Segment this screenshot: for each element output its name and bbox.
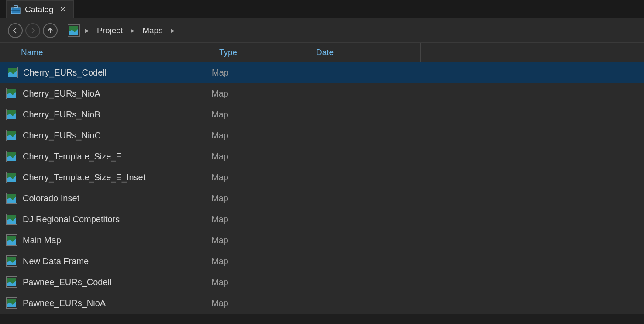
item-name: Cherry_Template_Size_E bbox=[23, 152, 211, 162]
map-icon bbox=[68, 24, 80, 37]
item-type: Map bbox=[212, 68, 309, 78]
tab-title: Catalog bbox=[25, 5, 54, 14]
list-item[interactable]: Colorado InsetMap bbox=[0, 188, 644, 209]
chevron-right-icon[interactable]: ▶ bbox=[127, 28, 138, 34]
up-button[interactable] bbox=[43, 23, 58, 38]
item-name: Cherry_EURs_NioB bbox=[23, 110, 211, 120]
list-item[interactable]: Cherry_EURs_CodellMap bbox=[0, 62, 644, 83]
map-icon bbox=[6, 109, 17, 120]
list-item[interactable]: Main MapMap bbox=[0, 230, 644, 251]
map-icon bbox=[6, 193, 17, 204]
breadcrumb-item-project[interactable]: Project bbox=[94, 24, 125, 37]
map-icon bbox=[7, 67, 18, 78]
list-item[interactable]: Cherry_EURs_NioAMap bbox=[0, 83, 644, 104]
list-item[interactable]: Pawnee_EURs_NioAMap bbox=[0, 293, 644, 314]
item-name: Cherry_Template_Size_E_Inset bbox=[23, 172, 211, 183]
column-header-name[interactable]: Name bbox=[0, 43, 211, 62]
list-item[interactable]: Pawnee_EURs_CodellMap bbox=[0, 272, 644, 293]
item-name: Colorado Inset bbox=[23, 193, 211, 203]
item-list: Cherry_EURs_CodellMapCherry_EURs_NioAMap… bbox=[0, 62, 644, 314]
item-type: Map bbox=[211, 277, 308, 287]
map-icon bbox=[6, 276, 17, 288]
item-type: Map bbox=[211, 214, 308, 224]
list-item[interactable]: New Data FrameMap bbox=[0, 251, 644, 272]
item-type: Map bbox=[211, 235, 308, 245]
item-type: Map bbox=[211, 193, 308, 203]
column-header-type[interactable]: Type bbox=[211, 43, 308, 62]
forward-button bbox=[25, 23, 40, 38]
list-item[interactable]: Cherry_Template_Size_EMap bbox=[0, 146, 644, 167]
map-icon bbox=[6, 88, 17, 99]
list-item[interactable]: Cherry_EURs_NioBMap bbox=[0, 104, 644, 125]
map-icon bbox=[6, 297, 17, 309]
item-type: Map bbox=[211, 298, 308, 308]
tab-bar: Catalog ✕ bbox=[0, 0, 644, 18]
map-icon bbox=[6, 214, 17, 225]
list-item[interactable]: Cherry_Template_Size_E_InsetMap bbox=[0, 167, 644, 188]
item-name: Cherry_EURs_NioC bbox=[23, 131, 211, 141]
item-name: Pawnee_EURs_Codell bbox=[23, 277, 211, 287]
back-button[interactable] bbox=[8, 23, 23, 38]
item-type: Map bbox=[211, 152, 308, 162]
item-type: Map bbox=[211, 110, 308, 120]
item-name: Cherry_EURs_Codell bbox=[23, 68, 212, 78]
item-type: Map bbox=[211, 89, 308, 99]
catalog-tab[interactable]: Catalog ✕ bbox=[6, 0, 74, 18]
chevron-right-icon[interactable]: ▶ bbox=[167, 28, 178, 34]
item-type: Map bbox=[211, 131, 308, 141]
chevron-right-icon[interactable]: ▶ bbox=[82, 28, 93, 34]
map-icon bbox=[6, 234, 17, 246]
map-icon bbox=[6, 172, 17, 183]
item-name: New Data Frame bbox=[23, 256, 211, 266]
item-type: Map bbox=[211, 256, 308, 266]
column-header-date[interactable]: Date bbox=[308, 43, 421, 62]
breadcrumb-item-maps[interactable]: Maps bbox=[140, 24, 165, 37]
nav-bar: ▶ Project ▶ Maps ▶ bbox=[0, 18, 644, 43]
map-icon bbox=[6, 151, 17, 162]
close-icon[interactable]: ✕ bbox=[58, 5, 67, 14]
map-icon bbox=[6, 130, 17, 141]
item-name: Main Map bbox=[23, 235, 211, 245]
columns-header: Name Type Date bbox=[0, 43, 644, 62]
item-name: Cherry_EURs_NioA bbox=[23, 89, 211, 99]
map-icon bbox=[6, 255, 17, 267]
list-item[interactable]: DJ Regional CompetitorsMap bbox=[0, 209, 644, 230]
list-item[interactable]: Cherry_EURs_NioCMap bbox=[0, 125, 644, 146]
item-name: DJ Regional Competitors bbox=[23, 214, 211, 224]
item-name: Pawnee_EURs_NioA bbox=[23, 298, 211, 308]
breadcrumb[interactable]: ▶ Project ▶ Maps ▶ bbox=[65, 22, 636, 39]
toolbox-icon bbox=[11, 5, 21, 14]
svg-rect-1 bbox=[14, 6, 17, 8]
item-type: Map bbox=[211, 172, 308, 183]
